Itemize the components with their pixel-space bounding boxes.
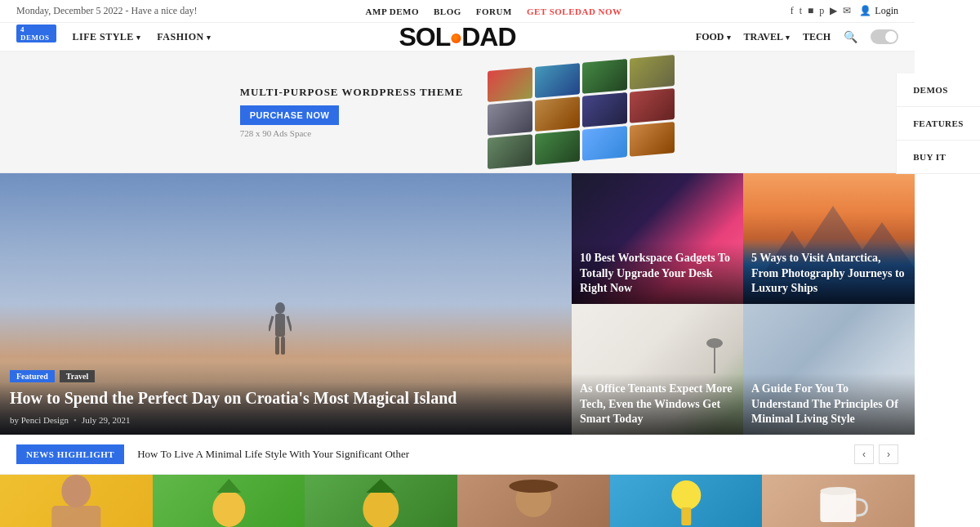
svg-rect-4	[275, 337, 279, 355]
nav-food[interactable]: FOOD	[696, 31, 731, 43]
hero-main-card[interactable]: Featured Travel How to Spend the Perfect…	[0, 173, 572, 435]
svg-point-13	[212, 491, 245, 527]
strip-img-1	[0, 475, 153, 527]
hero-author: by Penci Design	[10, 415, 69, 425]
strip-item-2[interactable]	[153, 475, 305, 527]
youtube-icon[interactable]: ▶	[830, 5, 837, 17]
hero-main-title: How to Spend the Perfect Day on Croatia'…	[10, 387, 562, 409]
strip-item-1[interactable]	[0, 475, 153, 527]
svg-point-0	[275, 302, 285, 314]
svg-line-2	[269, 316, 273, 331]
hero-card-tech[interactable]: 10 Best Workspace Gadgets To Totally Upg…	[572, 173, 743, 304]
side-panel-features[interactable]: FEATURES	[897, 107, 980, 141]
svg-point-18	[509, 480, 558, 493]
strip-img-2	[153, 475, 305, 527]
nav-tech[interactable]: TECH	[803, 31, 831, 43]
nav-right: FOOD TRAVEL TECH 🔍	[696, 29, 898, 44]
strip-img-5	[610, 475, 763, 527]
side-panel-demos[interactable]: DEMOS	[897, 74, 980, 107]
amp-demo-link[interactable]: AMP DEMO	[366, 7, 419, 16]
office-card-title: As Office Tenants Expect More Tech, Even…	[580, 382, 735, 427]
facebook-icon[interactable]: f	[791, 5, 794, 17]
strip-img-4	[457, 475, 610, 527]
svg-rect-21	[821, 491, 857, 522]
hero-main-meta: by Penci Design • July 29, 2021	[10, 415, 562, 425]
svg-point-15	[363, 489, 399, 527]
strip-img-6	[762, 475, 915, 527]
toggle-thumb	[885, 31, 897, 42]
news-prev-button[interactable]: ‹	[854, 444, 874, 464]
main-nav: 4 DEMOS HOME LIFE STYLE FASHION SOLDAD F…	[0, 23, 915, 51]
strip-item-6[interactable]	[762, 475, 915, 527]
logo-circle-icon	[451, 33, 461, 43]
nav-tech-label: TECH	[803, 31, 831, 43]
login-label: Login	[875, 5, 898, 17]
side-panel: DEMOS FEATURES BUY IT	[896, 74, 980, 174]
strip-item-3[interactable]	[305, 475, 457, 527]
svg-rect-1	[275, 314, 285, 337]
user-icon: 👤	[859, 5, 871, 17]
login-button[interactable]: 👤 Login	[859, 5, 898, 17]
pinterest-icon[interactable]: p	[819, 5, 824, 17]
blog-link[interactable]: BLOG	[434, 7, 461, 16]
hero-card-minimal[interactable]: A Guide For You To Understand The Princi…	[743, 304, 915, 435]
forum-link[interactable]: FORUM	[476, 7, 512, 16]
news-badge: NEWS HIGHLIGHT	[16, 444, 124, 464]
svg-point-19	[671, 480, 701, 510]
news-bar: NEWS HIGHLIGHT How To Live A Minimal Lif…	[0, 435, 915, 475]
strip-img-3	[305, 475, 457, 527]
strip-item-4[interactable]	[457, 475, 610, 527]
svg-marker-16	[367, 479, 396, 493]
travel-chevron-icon	[786, 31, 790, 43]
ad-banner: MULTI-PURPOSE WORDPRESS THEME PURCHASE N…	[0, 51, 915, 173]
svg-line-3	[287, 316, 292, 331]
nav-fashion-label: FASHION	[157, 31, 203, 43]
strip-item-5[interactable]	[610, 475, 763, 527]
ad-text: MULTI-PURPOSE WORDPRESS THEME PURCHASE N…	[240, 86, 464, 138]
food-chevron-icon	[727, 31, 731, 43]
antarctica-card-title: 5 Ways to Visit Antarctica, From Photogr…	[751, 251, 906, 296]
get-soledad-link[interactable]: GET SOLEDAD NOW	[527, 7, 622, 16]
ad-size-label: 728 x 90 Ads Space	[240, 128, 464, 138]
purchase-button[interactable]: PURCHASE NOW	[240, 105, 340, 125]
site-logo[interactable]: SOLDAD	[399, 22, 515, 52]
twitter-icon[interactable]: t	[800, 5, 802, 17]
nav-food-label: FOOD	[696, 31, 724, 43]
svg-point-10	[706, 338, 723, 348]
svg-point-11	[61, 475, 91, 507]
svg-rect-5	[281, 337, 285, 355]
home-badge: 4 DEMOS	[16, 25, 56, 42]
news-headline: How To Live A Minimal Life Style With Yo…	[137, 448, 841, 461]
side-panel-buyit[interactable]: BUY IT	[897, 141, 980, 174]
hero-card-antarctica[interactable]: 5 Ways to Visit Antarctica, From Photogr…	[743, 173, 915, 304]
news-next-button[interactable]: ›	[879, 444, 898, 464]
instagram-icon[interactable]: ■	[808, 5, 813, 17]
dark-mode-toggle[interactable]	[871, 29, 898, 44]
fashion-chevron-icon	[207, 31, 212, 43]
nav-lifestyle[interactable]: LIFE STYLE	[73, 31, 141, 43]
hero-card-office[interactable]: As Office Tenants Expect More Tech, Even…	[572, 304, 743, 435]
nav-home[interactable]: 4 DEMOS HOME	[16, 31, 56, 43]
svg-rect-12	[51, 506, 100, 527]
ad-image-grid	[488, 55, 675, 169]
search-button[interactable]: 🔍	[844, 30, 858, 44]
meta-dot: •	[74, 415, 77, 425]
person-silhouette	[269, 300, 292, 361]
featured-tag: Featured	[10, 370, 55, 382]
email-icon[interactable]: ✉	[843, 5, 851, 17]
nav-travel[interactable]: TRAVEL	[744, 31, 790, 43]
nav-fashion[interactable]: FASHION	[157, 31, 211, 43]
hero-main-overlay: Featured Travel How to Spend the Perfect…	[0, 360, 572, 435]
tech-card-title: 10 Best Workspace Gadgets To Totally Upg…	[580, 251, 735, 296]
social-icons: f t ■ p ▶ ✉	[791, 5, 852, 17]
top-nav-links: AMP DEMO BLOG FORUM GET SOLEDAD NOW	[366, 7, 622, 16]
lamp-icon	[702, 312, 727, 377]
ad-title: MULTI-PURPOSE WORDPRESS THEME	[240, 86, 464, 99]
svg-marker-14	[216, 479, 241, 493]
nav-travel-label: TRAVEL	[744, 31, 783, 43]
top-right-actions: f t ■ p ▶ ✉ 👤 Login	[791, 5, 898, 17]
svg-rect-20	[681, 507, 691, 525]
hero-main-tags: Featured Travel	[10, 370, 562, 382]
hero-grid: Featured Travel How to Spend the Perfect…	[0, 173, 915, 435]
top-bar: Monday, December 5 2022 - Have a nice da…	[0, 0, 915, 23]
